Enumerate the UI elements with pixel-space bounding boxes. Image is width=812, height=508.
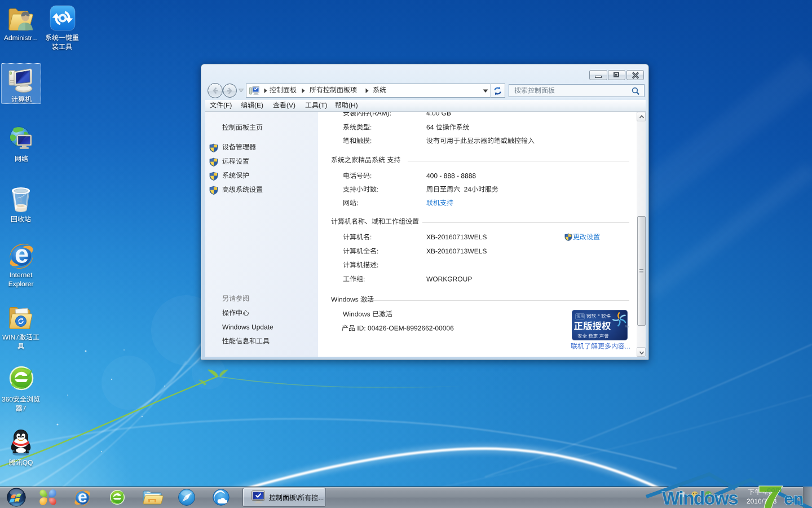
svg-text:Windows: Windows [662, 488, 738, 508]
svg-text:en: en [784, 489, 804, 508]
svg-text:.com: .com [765, 485, 782, 494]
